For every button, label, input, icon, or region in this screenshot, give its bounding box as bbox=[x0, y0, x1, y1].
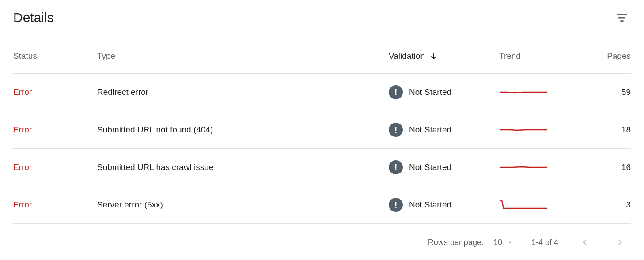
pages-count: 59 bbox=[621, 87, 631, 97]
validation-status: Not Started bbox=[409, 125, 451, 135]
trend-sparkline bbox=[499, 86, 548, 98]
row-type: Submitted URL not found (404) bbox=[97, 125, 213, 134]
trend-sparkline bbox=[499, 199, 548, 211]
pages-count: 3 bbox=[626, 200, 631, 209]
row-type: Server error (5xx) bbox=[97, 200, 163, 209]
dropdown-icon bbox=[507, 239, 514, 246]
col-header-validation-label: Validation bbox=[389, 51, 425, 61]
pages-count: 16 bbox=[621, 162, 631, 172]
exclamation-icon: ! bbox=[389, 198, 403, 212]
table-footer: Rows per page: 10 1-4 of 4 bbox=[13, 224, 631, 256]
status-badge: Error bbox=[13, 125, 32, 134]
rows-per-page-select[interactable]: 10 bbox=[493, 238, 514, 247]
status-badge: Error bbox=[13, 162, 32, 172]
trend-sparkline bbox=[499, 161, 548, 173]
validation-status: Not Started bbox=[409, 200, 451, 210]
col-header-trend[interactable]: Trend bbox=[499, 51, 587, 74]
row-type: Redirect error bbox=[97, 87, 148, 97]
col-header-validation[interactable]: Validation bbox=[389, 51, 499, 74]
table-row[interactable]: Error Redirect error ! Not Started 59 bbox=[13, 74, 631, 111]
chevron-left-icon bbox=[580, 238, 589, 247]
pagination-range: 1-4 of 4 bbox=[531, 238, 558, 247]
pages-count: 18 bbox=[621, 125, 631, 134]
prev-page-button[interactable] bbox=[576, 234, 594, 251]
rows-per-page-label: Rows per page: bbox=[428, 238, 484, 247]
trend-sparkline bbox=[499, 124, 548, 136]
table-row[interactable]: Error Submitted URL has crawl issue ! No… bbox=[13, 149, 631, 186]
table-row[interactable]: Error Server error (5xx) ! Not Started 3 bbox=[13, 186, 631, 224]
page-title: Details bbox=[13, 10, 54, 25]
exclamation-icon: ! bbox=[389, 123, 403, 137]
status-badge: Error bbox=[13, 87, 32, 97]
chevron-right-icon bbox=[616, 238, 625, 247]
col-header-type[interactable]: Type bbox=[97, 51, 389, 74]
col-header-pages[interactable]: Pages bbox=[587, 51, 631, 74]
next-page-button[interactable] bbox=[611, 234, 629, 251]
rows-per-page-value: 10 bbox=[493, 238, 502, 247]
filter-icon bbox=[616, 12, 628, 23]
filter-button[interactable] bbox=[613, 9, 631, 26]
arrow-down-icon bbox=[429, 52, 438, 60]
table-row[interactable]: Error Submitted URL not found (404) ! No… bbox=[13, 111, 631, 149]
col-header-status[interactable]: Status bbox=[13, 51, 97, 74]
exclamation-icon: ! bbox=[389, 160, 403, 174]
validation-status: Not Started bbox=[409, 162, 451, 172]
row-type: Submitted URL has crawl issue bbox=[97, 162, 213, 172]
exclamation-icon: ! bbox=[389, 85, 403, 99]
details-table: Status Type Validation Trend Pages bbox=[13, 51, 631, 224]
status-badge: Error bbox=[13, 200, 32, 209]
validation-status: Not Started bbox=[409, 87, 451, 97]
